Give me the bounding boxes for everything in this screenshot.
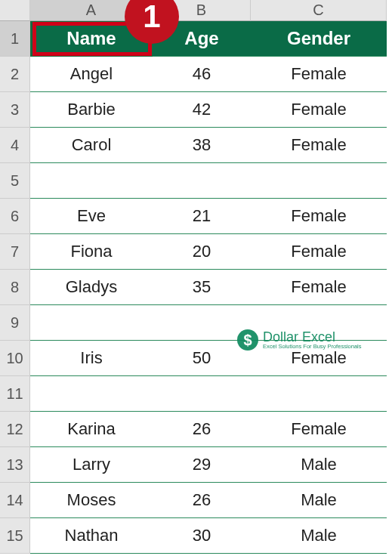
cell-B12[interactable]: 26 [153,412,251,447]
dollar-icon: $ [237,329,258,351]
cell-C5[interactable] [251,163,387,199]
cell-C8[interactable]: Female [251,270,387,305]
table-row: 1 Name Age Gender [0,21,392,57]
table-row: 2 Angel 46 Female [0,57,392,92]
row-header-7[interactable]: 7 [0,234,30,270]
cell-B8[interactable]: 35 [153,270,251,305]
row-header-13[interactable]: 13 [0,447,30,483]
cell-B4[interactable]: 38 [153,128,251,163]
cell-C7[interactable]: Female [251,234,387,270]
watermark-title: Dollar Excel [263,330,361,344]
cell-B11[interactable] [153,376,251,412]
row-header-4[interactable]: 4 [0,128,30,163]
cell-B15[interactable]: 30 [153,518,251,554]
cell-C6[interactable]: Female [251,199,387,234]
cell-A12[interactable]: Karina [30,412,153,447]
cell-C12[interactable]: Female [251,412,387,447]
select-all-corner[interactable] [0,0,30,21]
cell-A8[interactable]: Gladys [30,270,153,305]
watermark: $ Dollar Excel Excel Solutions For Busy … [237,329,361,351]
cell-C11[interactable] [251,376,387,412]
cell-B2[interactable]: 46 [153,57,251,92]
cell-C15[interactable]: Male [251,518,387,554]
cell-C1[interactable]: Gender [251,21,387,57]
cell-A2[interactable]: Angel [30,57,153,92]
watermark-subtitle: Excel Solutions For Busy Professionals [263,344,361,350]
row-header-2[interactable]: 2 [0,57,30,92]
table-row: 6 Eve 21 Female [0,199,392,234]
row-header-9[interactable]: 9 [0,305,30,341]
row-header-11[interactable]: 11 [0,376,30,412]
cell-A13[interactable]: Larry [30,447,153,483]
cell-A10[interactable]: Iris [30,341,153,376]
cell-B13[interactable]: 29 [153,447,251,483]
cell-C14[interactable]: Male [251,483,387,518]
column-headers-row: A B C [0,0,392,21]
cell-B5[interactable] [153,163,251,199]
table-row: 14 Moses 26 Male [0,483,392,518]
cell-A6[interactable]: Eve [30,199,153,234]
table-row: 3 Barbie 42 Female [0,92,392,128]
column-header-C[interactable]: C [251,0,387,21]
cell-A9[interactable] [30,305,153,341]
cell-C2[interactable]: Female [251,57,387,92]
cell-B9[interactable] [153,305,251,341]
cell-A11[interactable] [30,376,153,412]
watermark-text: Dollar Excel Excel Solutions For Busy Pr… [263,330,361,350]
cell-A5[interactable] [30,163,153,199]
cell-C4[interactable]: Female [251,128,387,163]
cell-A15[interactable]: Nathan [30,518,153,554]
table-row: 11 [0,376,392,412]
table-row: 12 Karina 26 Female [0,412,392,447]
cell-B14[interactable]: 26 [153,483,251,518]
cell-C3[interactable]: Female [251,92,387,128]
row-header-12[interactable]: 12 [0,412,30,447]
cell-A3[interactable]: Barbie [30,92,153,128]
table-row: 8 Gladys 35 Female [0,270,392,305]
cell-B10[interactable]: 50 [153,341,251,376]
row-header-8[interactable]: 8 [0,270,30,305]
table-row: 7 Fiona 20 Female [0,234,392,270]
cell-C13[interactable]: Male [251,447,387,483]
row-header-15[interactable]: 15 [0,518,30,554]
row-header-3[interactable]: 3 [0,92,30,128]
cell-B6[interactable]: 21 [153,199,251,234]
table-row: 15 Nathan 30 Male [0,518,392,554]
cell-A4[interactable]: Carol [30,128,153,163]
table-row: 4 Carol 38 Female [0,128,392,163]
row-header-5[interactable]: 5 [0,163,30,199]
row-header-10[interactable]: 10 [0,341,30,376]
row-header-14[interactable]: 14 [0,483,30,518]
table-row: 13 Larry 29 Male [0,447,392,483]
row-header-1[interactable]: 1 [0,21,30,57]
row-header-6[interactable]: 6 [0,199,30,234]
cell-A14[interactable]: Moses [30,483,153,518]
cell-A7[interactable]: Fiona [30,234,153,270]
spreadsheet: A B C 1 Name Age Gender 2 Angel 46 Femal… [0,0,392,554]
cell-B3[interactable]: 42 [153,92,251,128]
cell-B7[interactable]: 20 [153,234,251,270]
table-row: 5 [0,163,392,199]
